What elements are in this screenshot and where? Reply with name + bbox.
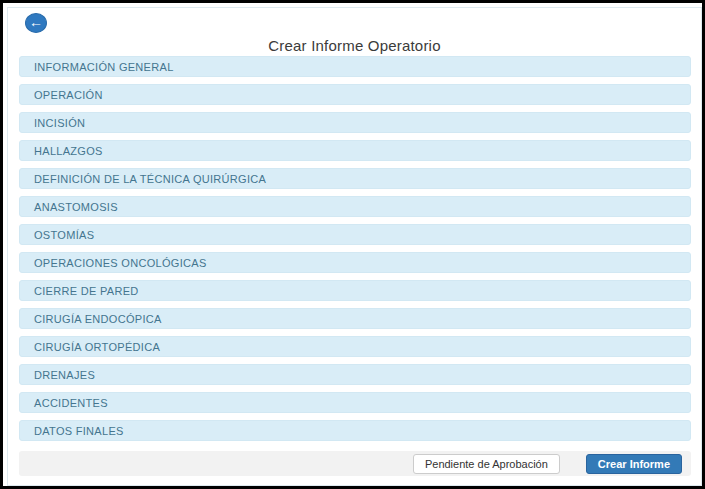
section-title: CIRUGÍA ORTOPÉDICA <box>34 341 160 353</box>
sections-accordion: INFORMACIÓN GENERAL OPERACIÓN INCISIÓN H… <box>19 56 691 448</box>
accordion-section-header[interactable]: INFORMACIÓN GENERAL <box>19 56 691 77</box>
accordion-section-header[interactable]: CIRUGÍA ORTOPÉDICA <box>19 336 691 357</box>
accordion-section-header[interactable]: DEFINICIÓN DE LA TÉCNICA QUIRÚRGICA <box>19 168 691 189</box>
section-title: DRENAJES <box>34 369 95 381</box>
page-title: Crear Informe Operatorio <box>8 37 701 54</box>
section-title: OPERACIÓN <box>34 89 103 101</box>
accordion-section-header[interactable]: INCISIÓN <box>19 112 691 133</box>
accordion-section-header[interactable]: HALLAZGOS <box>19 140 691 161</box>
section-title: CIRUGÍA ENDOCÓPICA <box>34 313 162 325</box>
accordion-section-header[interactable]: DATOS FINALES <box>19 420 691 441</box>
section-title: DEFINICIÓN DE LA TÉCNICA QUIRÚRGICA <box>34 173 266 185</box>
back-arrow-icon: ← <box>29 15 43 29</box>
accordion-section-header[interactable]: OSTOMÍAS <box>19 224 691 245</box>
back-button[interactable]: ← <box>25 13 47 33</box>
pending-approval-button[interactable]: Pendiente de Aprobación <box>413 454 560 474</box>
section-title: INFORMACIÓN GENERAL <box>34 61 174 73</box>
screenshot-frame: ← Crear Informe Operatorio INFORMACIÓN G… <box>0 0 705 489</box>
section-title: ANASTOMOSIS <box>34 201 118 213</box>
footer-toolbar: Pendiente de Aprobación Crear Informe <box>19 451 691 476</box>
section-title: CIERRE DE PARED <box>34 285 139 297</box>
accordion-section-header[interactable]: DRENAJES <box>19 364 691 385</box>
accordion-section-header[interactable]: ANASTOMOSIS <box>19 196 691 217</box>
section-title: DATOS FINALES <box>34 425 124 437</box>
section-title: HALLAZGOS <box>34 145 103 157</box>
accordion-section-header[interactable]: ACCIDENTES <box>19 392 691 413</box>
section-title: INCISIÓN <box>34 117 85 129</box>
app-window: ← Crear Informe Operatorio INFORMACIÓN G… <box>7 7 702 486</box>
accordion-section-header[interactable]: OPERACIÓN <box>19 84 691 105</box>
accordion-section-header[interactable]: CIRUGÍA ENDOCÓPICA <box>19 308 691 329</box>
accordion-section-header[interactable]: OPERACIONES ONCOLÓGICAS <box>19 252 691 273</box>
section-title: OPERACIONES ONCOLÓGICAS <box>34 257 207 269</box>
accordion-section-header[interactable]: CIERRE DE PARED <box>19 280 691 301</box>
section-title: ACCIDENTES <box>34 397 108 409</box>
create-report-button[interactable]: Crear Informe <box>586 454 682 474</box>
section-title: OSTOMÍAS <box>34 229 94 241</box>
